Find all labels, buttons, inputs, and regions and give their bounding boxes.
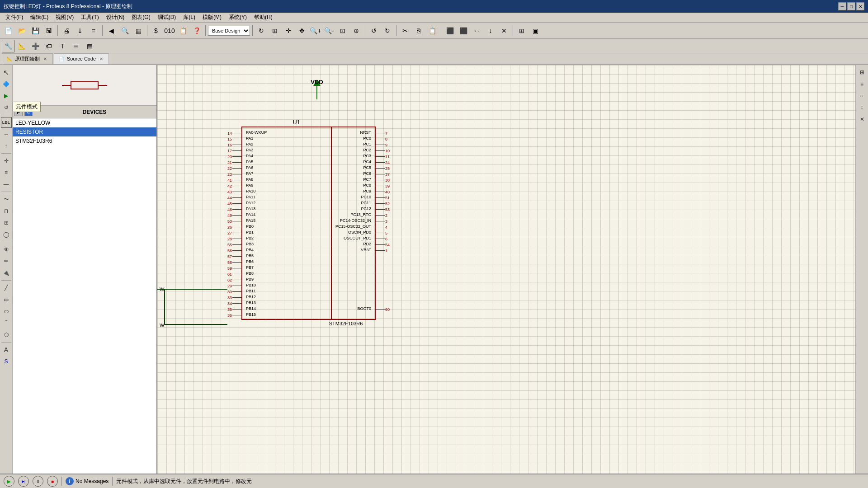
menu-system[interactable]: 系统(Y) (225, 13, 250, 23)
flip-h-button[interactable]: ↔ (471, 24, 483, 37)
step-play-button[interactable]: ▶| (18, 476, 29, 487)
tab-sourcecode[interactable]: 📄 Source Code ✕ (54, 53, 109, 64)
pencil-tool-btn[interactable]: ✏ (1, 256, 12, 267)
select-tool-button[interactable]: ↖ (1, 67, 12, 78)
zoom-select-button[interactable]: ⊕ (350, 24, 363, 37)
schematic-tab-close[interactable]: ✕ (42, 56, 48, 62)
pin-56: 56 (227, 248, 241, 253)
pcb-button[interactable]: ▦ (132, 24, 145, 37)
probe-tool-btn[interactable]: 🔌 (1, 267, 12, 278)
arrow-up-btn[interactable]: ↑ (1, 141, 12, 151)
align-right-button[interactable]: ⬛ (457, 24, 470, 37)
menu-tools[interactable]: 工具(T) (77, 13, 102, 23)
zoom-in-button[interactable]: 🔍+ (309, 24, 322, 37)
help-button[interactable]: ❓ (190, 24, 203, 37)
report-button[interactable]: 📋 (177, 24, 189, 37)
menu-graph[interactable]: 图表(G) (128, 13, 154, 23)
junction-button[interactable]: ➕ (29, 40, 42, 52)
text-button[interactable]: T (56, 40, 69, 52)
menu-design[interactable]: 设计(N) (103, 13, 128, 23)
label-button[interactable]: 🏷 (42, 40, 55, 52)
symbol-tool-btn[interactable]: S (1, 356, 12, 367)
align-left-button[interactable]: ⬛ (443, 24, 456, 37)
window-controls[interactable]: ─ □ ✕ (838, 2, 864, 10)
right-tool-1[interactable]: ⊞ (857, 67, 868, 78)
eye-tool-btn[interactable]: 👁 (1, 244, 12, 255)
save-all-button[interactable]: 🖫 (42, 24, 55, 37)
component-tool-button[interactable]: 🔷 (1, 79, 12, 89)
right-tool-5[interactable]: ✕ (857, 114, 868, 125)
right-tool-3[interactable]: ↔ (857, 90, 868, 101)
back-button[interactable]: ◀ (105, 24, 118, 37)
menu-template[interactable]: 模版(M) (199, 13, 225, 23)
circle-tool-btn[interactable]: ◯ (1, 229, 12, 240)
device-item-stm32[interactable]: STM32F103R6 (13, 136, 156, 145)
wire-mode-button[interactable]: 📐 (15, 40, 28, 52)
minimize-button[interactable]: ─ (838, 2, 846, 10)
tab-schematic[interactable]: 📐 原理图绘制 ✕ (2, 53, 53, 64)
minus-tool-btn[interactable]: — (1, 179, 12, 190)
rotate-tool-button[interactable]: ↺ (1, 102, 12, 113)
text-tool-btn[interactable]: A (1, 344, 12, 355)
undo-button[interactable]: ↺ (368, 24, 380, 37)
line-tool-btn[interactable]: ╱ (1, 282, 12, 293)
extra1-button[interactable]: ⊞ (515, 24, 528, 37)
sourcecode-tab-close[interactable]: ✕ (99, 56, 104, 62)
currency-button[interactable]: $ (150, 24, 162, 37)
stop-button[interactable]: ■ (47, 476, 58, 487)
menu-edit[interactable]: 编辑(E) (27, 13, 52, 23)
device-item-led[interactable]: LED-YELLOW (13, 118, 156, 127)
right-tool-4[interactable]: ↕ (857, 102, 868, 113)
copy-button[interactable]: ⎘ (412, 24, 425, 37)
design-select[interactable]: Base Design (208, 26, 250, 36)
save-button[interactable]: 💾 (29, 24, 42, 37)
forward-button[interactable]: 🔍 (118, 24, 131, 37)
plus-tool-btn[interactable]: ✛ (1, 155, 12, 166)
extra2-button[interactable]: ▣ (529, 24, 542, 37)
component-mode-button[interactable]: 🔧 (2, 40, 14, 52)
zoom-fit-button[interactable]: ⊡ (336, 24, 349, 37)
arrow-right-btn[interactable]: → (1, 129, 12, 140)
pause-button[interactable]: ⏸ (33, 476, 43, 487)
export-button[interactable]: ⤓ (74, 24, 86, 37)
paste-button[interactable]: 📋 (426, 24, 439, 37)
open-button[interactable]: 📂 (15, 24, 28, 37)
menu-debug[interactable]: 调试(D) (154, 13, 180, 23)
menu-view[interactable]: 视图(V) (52, 13, 77, 23)
new-button[interactable]: 📄 (2, 24, 14, 37)
play-button[interactable]: ▶ (4, 476, 14, 487)
close-button[interactable]: ✕ (856, 2, 864, 10)
cut-button[interactable]: ✂ (399, 24, 411, 37)
hier-button[interactable]: ▤ (83, 40, 96, 52)
right-tool-2[interactable]: ≡ (857, 79, 868, 89)
poly-tool-btn[interactable]: ⬡ (1, 329, 12, 340)
equal-tool-btn[interactable]: ≡ (1, 167, 12, 178)
device-item-resistor[interactable]: RESISTOR (13, 127, 156, 136)
grid-tool-btn[interactable]: ⊞ (1, 217, 12, 228)
maximize-button[interactable]: □ (847, 2, 855, 10)
netlist-button[interactable]: ≡ (87, 24, 100, 37)
zoom-out-button[interactable]: 🔍- (323, 24, 335, 37)
menu-help[interactable]: 帮助(H) (250, 13, 276, 23)
wave-tool-btn[interactable]: 〜 (1, 194, 12, 205)
chip-body[interactable]: PA0-WKUP PA1 PA2 PA3 PA4 PA5 PA6 PA7 PA8… (241, 127, 332, 320)
print-button[interactable]: 🖨 (60, 24, 73, 37)
rect-tool-btn[interactable]: ▭ (1, 294, 12, 305)
digits-button[interactable]: 010 (163, 24, 176, 37)
flip-v-button[interactable]: ↕ (484, 24, 497, 37)
canvas-area[interactable]: VDD U1 14 15 (157, 65, 855, 474)
logic-tool-btn[interactable]: ⊓ (1, 206, 12, 216)
menu-library[interactable]: 库(L) (179, 13, 199, 23)
pan-button[interactable]: ✥ (296, 24, 308, 37)
menu-file[interactable]: 文件(F) (2, 13, 27, 23)
oval-tool-btn[interactable]: ⬭ (1, 306, 12, 317)
grid-button[interactable]: ⊞ (269, 24, 281, 37)
cross-button[interactable]: ✛ (282, 24, 295, 37)
refresh-button[interactable]: ↻ (255, 24, 268, 37)
bus-button[interactable]: ═ (70, 40, 82, 52)
lbl-tool-button[interactable]: LBL (1, 117, 12, 128)
arc-tool-btn[interactable]: ⌒ (1, 318, 12, 328)
redo-button[interactable]: ↻ (381, 24, 394, 37)
delete-button[interactable]: ✕ (498, 24, 510, 37)
play-tool-button[interactable]: ▶ (1, 90, 12, 101)
